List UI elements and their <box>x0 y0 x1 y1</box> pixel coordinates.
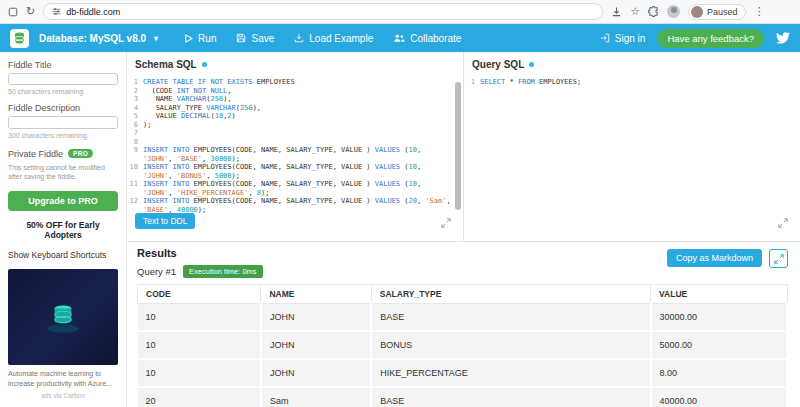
collaborate-button[interactable]: Collaborate <box>393 33 461 44</box>
line-number: 5 <box>127 112 143 121</box>
fiddle-title-input[interactable] <box>8 73 118 85</box>
schema-panel-header: Schema SQL <box>127 52 463 73</box>
code-line: 8 <box>127 138 451 147</box>
ad-attribution[interactable]: ads via Carbon <box>8 392 118 399</box>
fiddle-description-input[interactable] <box>8 116 118 129</box>
save-button[interactable]: Save <box>236 33 274 44</box>
sign-in-button[interactable]: Sign in <box>600 33 646 44</box>
menu-kebab-icon[interactable]: ⋮ <box>754 6 765 17</box>
promo-text: 50% OFF for Early Adopters <box>8 220 118 240</box>
schema-panel-title: Schema SQL <box>135 59 197 70</box>
editors-row: Schema SQL 1CREATE TABLE IF NOT EXISTS E… <box>127 52 800 242</box>
results-table-body: 10JOHNBASE30000.0010JOHNBONUS5000.0010JO… <box>138 304 788 407</box>
play-icon <box>184 34 193 43</box>
url-text: db-fiddle.com <box>66 7 120 17</box>
column-header: NAME <box>261 285 371 304</box>
extensions-puzzle-icon[interactable] <box>648 6 659 17</box>
ad-image[interactable] <box>8 269 118 365</box>
table-cell: 10 <box>138 359 261 387</box>
table-cell: 10 <box>138 304 261 332</box>
table-cell: BASE <box>371 387 650 407</box>
column-header: CODE <box>138 285 261 304</box>
address-bar[interactable]: db-fiddle.com <box>43 3 603 20</box>
code-line: 1SELECT * FROM EMPLOYEES; <box>464 78 788 87</box>
bookmark-star-icon[interactable]: ☆ <box>630 6 640 17</box>
line-number: 2 <box>127 87 143 96</box>
private-fiddle-label: Private Fiddle <box>8 149 63 159</box>
app-toolbar: Database: MySQL v8.0 ▾ Run Save Load Exa… <box>0 24 800 52</box>
private-fiddle-row: Private Fiddle PRO <box>8 149 118 159</box>
code-line: 10INSERT INTO EMPLOYEES(CODE, NAME, SALA… <box>127 163 451 180</box>
line-number: 4 <box>127 104 143 113</box>
profile-paused-button[interactable]: Paused <box>688 4 746 20</box>
unsaved-dot <box>202 62 207 67</box>
table-cell: 5000.00 <box>651 331 787 359</box>
collaborate-icon <box>393 33 405 43</box>
sidebar: Fiddle Title 50 characters remaining. Fi… <box>0 52 127 407</box>
line-number: 3 <box>127 95 143 104</box>
code-line: 12INSERT INTO EMPLOYEES(CODE, NAME, SALA… <box>127 197 451 214</box>
code-line: 6); <box>127 121 451 130</box>
ad-graphic <box>42 296 84 338</box>
ad-caption[interactable]: Automate machine learning to increase pr… <box>8 369 118 389</box>
table-row: 20SamBASE40000.00 <box>138 387 788 407</box>
code-line: 5 VALUE DECIMAL(18,2) <box>127 112 451 121</box>
collaborate-label: Collaborate <box>410 33 461 44</box>
line-number: 9 <box>127 146 143 163</box>
line-number: 1 <box>464 78 480 87</box>
line-number: 8 <box>127 138 143 147</box>
save-icon <box>236 33 246 43</box>
execution-time-badge: Execution time: 0ms <box>183 265 263 278</box>
code-line: 4 SALARY_TYPE VARCHAR(256), <box>127 104 451 113</box>
results-expand-button[interactable] <box>769 249 788 268</box>
results-table: CODENAMESALARY_TYPEVALUE 10JOHNBASE30000… <box>137 284 788 407</box>
table-cell: 10 <box>138 331 261 359</box>
code-line: 1CREATE TABLE IF NOT EXISTS EMPLOYEES <box>127 78 451 87</box>
database-selector-label: Database: MySQL v8.0 <box>39 33 146 44</box>
title-remaining-hint: 50 characters remaining. <box>8 88 118 95</box>
text-to-ddl-button[interactable]: Text to DDL <box>135 213 195 229</box>
line-number: 6 <box>127 121 143 130</box>
code-line: 2 (CODE INT NOT NULL, <box>127 87 451 96</box>
scrollbar[interactable] <box>455 82 461 210</box>
copy-as-markdown-button[interactable]: Copy as Markdown <box>667 249 762 267</box>
load-example-button[interactable]: Load Example <box>294 33 373 44</box>
table-row: 10JOHNBASE30000.00 <box>138 304 788 332</box>
description-remaining-hint: 300 characters remaining. <box>8 132 118 139</box>
sign-in-icon <box>600 33 610 43</box>
load-example-label: Load Example <box>309 33 373 44</box>
results-table-head-row: CODENAMESALARY_TYPEVALUE <box>138 285 788 304</box>
table-cell: Sam <box>261 387 371 407</box>
code-line: 7 <box>127 129 451 138</box>
database-selector[interactable]: Database: MySQL v8.0 ▾ <box>39 33 158 44</box>
db-fiddle-logo[interactable] <box>10 29 29 48</box>
fiddle-title-label: Fiddle Title <box>8 60 118 70</box>
upgrade-to-pro-button[interactable]: Upgrade to PRO <box>8 191 118 211</box>
line-number: 10 <box>127 163 143 180</box>
line-number: 7 <box>127 129 143 138</box>
private-fiddle-note: This setting cannot be modified after sa… <box>8 163 118 182</box>
keyboard-shortcuts-link[interactable]: Show Keyboard Shortcuts <box>8 250 118 260</box>
database-icon <box>14 32 25 45</box>
schema-expand-icon[interactable] <box>441 218 451 228</box>
run-button[interactable]: Run <box>184 33 216 44</box>
avatar[interactable] <box>667 5 680 18</box>
table-cell: 30000.00 <box>651 304 787 332</box>
page-content: Fiddle Title 50 characters remaining. Fi… <box>0 52 800 407</box>
unsaved-dot <box>529 62 534 67</box>
twitter-icon[interactable] <box>776 32 790 44</box>
sign-in-label: Sign in <box>615 33 646 44</box>
query-expand-icon[interactable] <box>778 218 788 228</box>
browser-panel-icon[interactable] <box>8 7 18 17</box>
feedback-button[interactable]: Have any feedback? <box>657 29 764 48</box>
results-section: Results Query #1 Execution time: 0ms Cop… <box>127 242 800 407</box>
download-icon[interactable] <box>611 6 622 17</box>
query-panel: Query SQL 1SELECT * FROM EMPLOYEES; <box>464 52 800 241</box>
query-panel-title: Query SQL <box>472 59 524 70</box>
paused-label: Paused <box>707 7 738 17</box>
table-row: 10JOHNHIKE_PERCENTAGE8.00 <box>138 359 788 387</box>
query-editor[interactable]: 1SELECT * FROM EMPLOYEES; <box>464 76 788 241</box>
table-cell: JOHN <box>261 331 371 359</box>
reload-icon[interactable]: ↻ <box>26 6 35 17</box>
site-info-icon[interactable] <box>52 7 61 16</box>
